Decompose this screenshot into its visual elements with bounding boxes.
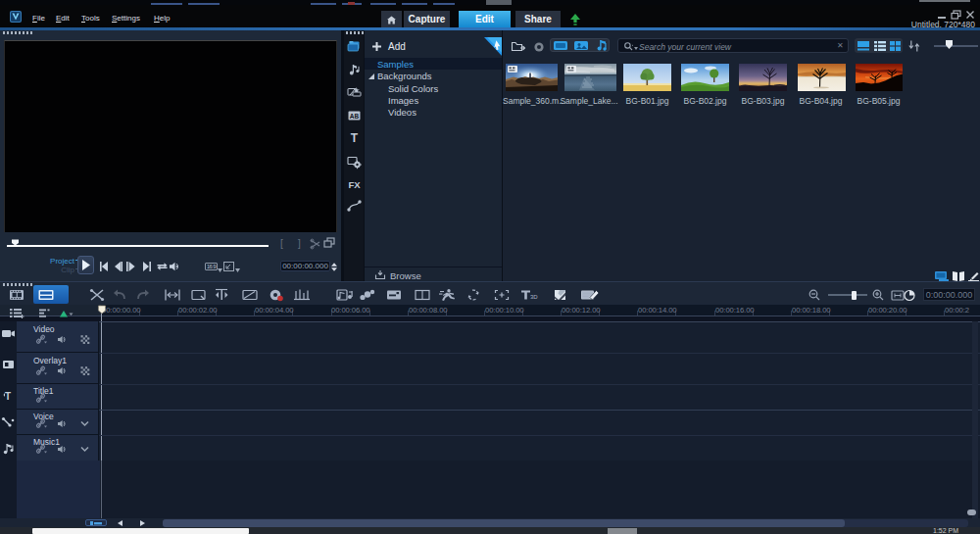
svg-text:AB: AB: [350, 113, 360, 120]
svg-text:FX: FX: [348, 179, 361, 190]
svg-text:T: T: [5, 391, 11, 402]
svg-text:T: T: [351, 131, 359, 145]
svg-text:3D: 3D: [530, 294, 538, 300]
